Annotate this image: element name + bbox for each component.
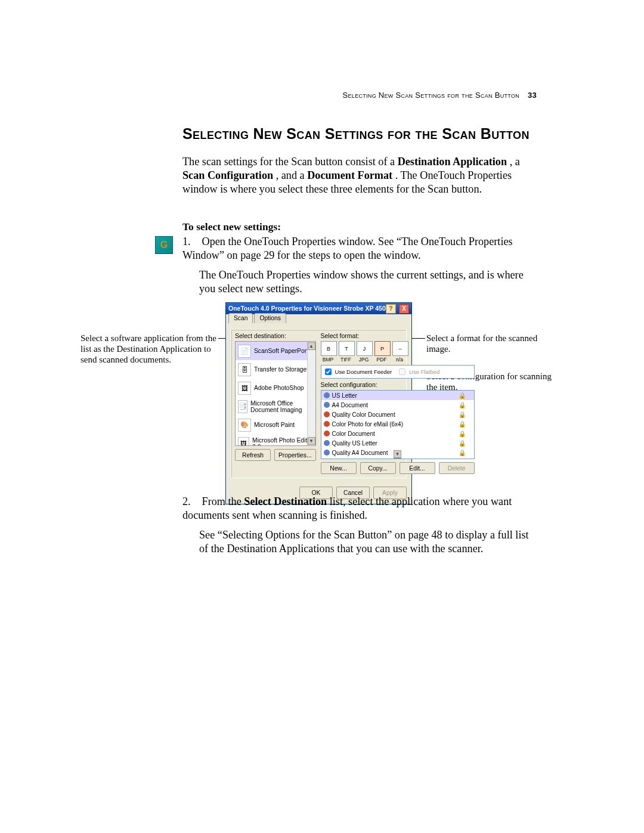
config-icon <box>324 392 330 398</box>
config-name: Color Document <box>332 431 375 437</box>
copy-button[interactable]: Copy... <box>360 462 396 474</box>
format-pdf[interactable]: PPDF <box>374 341 389 363</box>
lock-icon: 🔒 <box>459 431 466 437</box>
config-item[interactable]: Quality US Letter🔒 <box>321 438 474 448</box>
scroll-down-icon[interactable]: ▼ <box>308 437 315 445</box>
format-row: BBMP TTIFF JJPG PPDF –n/a <box>321 341 475 363</box>
config-label: Select configuration: <box>321 381 475 388</box>
config-item[interactable]: Color Document🔒 <box>321 429 474 438</box>
help-button[interactable]: ? <box>386 304 396 314</box>
intro-bold-1: Destination Application <box>398 156 507 168</box>
format-icon: T <box>339 341 355 356</box>
checkbox-label: Use Document Feeder <box>335 368 392 375</box>
destination-name: Microsoft Paint <box>254 422 295 428</box>
destination-label: Select destination: <box>235 332 316 339</box>
step-number: 1. <box>182 235 199 249</box>
format-caption: BMP <box>321 357 336 363</box>
step-text: Open the OneTouch Properties window. See… <box>182 236 513 261</box>
format-jpg[interactable]: JJPG <box>357 341 371 363</box>
destination-item[interactable]: 📑 Microsoft Office Document Imaging <box>236 397 315 416</box>
intro-text: , and a <box>276 169 308 181</box>
destination-list[interactable]: 📄 ScanSoft PaperPort 🗄 Transfer to Stora… <box>235 341 316 446</box>
destination-name: Microsoft Office Document Imaging <box>250 400 313 413</box>
destination-item[interactable]: 🗄 Transfer to Storage <box>236 360 315 379</box>
lock-icon: 🔒 <box>459 450 466 456</box>
format-caption: PDF <box>374 357 389 363</box>
config-icon <box>324 450 330 456</box>
intro-text: The scan settings for the Scan button co… <box>182 156 398 168</box>
tab-options[interactable]: Options <box>254 313 286 323</box>
step-text: From the <box>202 496 244 507</box>
intro-bold-3: Document Format <box>307 169 392 181</box>
config-item[interactable]: Color Photo for eMail (6x4)🔒 <box>321 419 474 429</box>
app-icon: 🖼 <box>238 382 251 395</box>
format-label: Select format: <box>321 332 475 339</box>
scrollbar[interactable]: ▲ ▼ <box>321 458 474 459</box>
tab-panel: Select destination: 📄 ScanSoft PaperPort… <box>231 329 407 478</box>
destination-name: Transfer to Storage <box>254 366 306 373</box>
tabs: Scan Options <box>228 313 287 323</box>
destination-item[interactable]: 📄 ScanSoft PaperPort <box>236 342 315 360</box>
format-icon: J <box>357 341 373 356</box>
running-title: Selecting New Scan Settings for the Scan… <box>343 91 519 100</box>
intro-text: , a <box>510 156 520 168</box>
page-number: 33 <box>528 91 537 100</box>
format-caption: JPG <box>357 357 371 363</box>
subheading: To select new settings: <box>182 221 281 233</box>
format-tiff[interactable]: TTIFF <box>339 341 354 363</box>
destination-name: Adobe PhotoShop <box>254 385 304 391</box>
format-icon: P <box>374 341 391 356</box>
intro-paragraph: The scan settings for the Scan button co… <box>182 155 537 196</box>
config-name: US Letter <box>332 392 357 399</box>
lock-icon: 🔒 <box>459 402 466 408</box>
format-na[interactable]: –n/a <box>392 341 407 363</box>
destination-column: Select destination: 📄 ScanSoft PaperPort… <box>235 332 316 474</box>
scroll-up-icon[interactable]: ▲ <box>308 342 315 350</box>
app-icon: 🎨 <box>238 419 251 432</box>
format-caption: TIFF <box>339 357 354 363</box>
scrollbar[interactable]: ▲ ▼ <box>307 342 315 445</box>
new-button[interactable]: New... <box>321 462 357 474</box>
close-button[interactable]: X <box>399 304 409 314</box>
lock-icon: 🔒 <box>459 392 466 399</box>
document-page: Selecting New Scan Settings for the Scan… <box>0 0 644 833</box>
format-icon: B <box>321 341 337 356</box>
destination-name: ScanSoft PaperPort <box>254 348 308 354</box>
tab-scan[interactable]: Scan <box>228 313 253 323</box>
destination-item[interactable]: 🖼 Microsoft Photo Editor 3.0 <box>236 434 315 446</box>
onetouch-properties-dialog: OneTouch 4.0 Properties for Visioneer St… <box>225 302 412 504</box>
step-text-bold: Select Destination <box>244 496 327 507</box>
lock-icon: 🔒 <box>459 411 466 418</box>
scroll-down-icon[interactable]: ▼ <box>394 450 401 458</box>
destination-item[interactable]: 🖼 Adobe PhotoShop <box>236 379 315 397</box>
use-flatbed-checkbox: Use Flatbed <box>397 367 439 377</box>
destination-item[interactable]: 🎨 Microsoft Paint <box>236 416 315 434</box>
step-2-cont: See “Selecting Options for the Scan Butt… <box>199 528 537 556</box>
config-item[interactable]: Quality Color Document🔒 <box>321 410 474 419</box>
source-row: Use Document Feeder Use Flatbed <box>321 365 475 379</box>
config-name: Quality Color Document <box>332 411 395 418</box>
config-name: Quality US Letter <box>332 440 377 447</box>
edit-button[interactable]: Edit... <box>400 462 435 474</box>
destination-name: Microsoft Photo Editor 3.0 <box>252 437 312 447</box>
config-item[interactable]: A4 Document🔒 <box>321 400 474 410</box>
properties-button[interactable]: Properties... <box>274 449 316 461</box>
step-2: 2. From the Select Destination list, sel… <box>182 495 537 522</box>
format-bmp[interactable]: BBMP <box>321 341 336 363</box>
config-name: A4 Document <box>332 402 369 408</box>
use-document-feeder-checkbox[interactable]: Use Document Feeder <box>323 367 392 377</box>
app-icon: 📄 <box>238 345 251 358</box>
config-icon <box>324 402 330 408</box>
config-item[interactable]: US Letter🔒 <box>321 391 474 400</box>
configuration-list[interactable]: US Letter🔒 A4 Document🔒 Quality Color Do… <box>321 390 475 459</box>
refresh-button[interactable]: Refresh <box>235 449 271 461</box>
config-icon <box>324 411 330 417</box>
scroll-up-icon[interactable]: ▲ <box>394 458 401 459</box>
format-icon: – <box>392 341 408 356</box>
intro-bold-2: Scan Configuration <box>182 169 273 181</box>
checkbox[interactable] <box>325 368 332 375</box>
page-title: Selecting New Scan Settings for the Scan… <box>182 125 537 143</box>
format-config-column: Select format: BBMP TTIFF JJPG PPDF –n/a… <box>321 332 475 474</box>
config-icon <box>324 431 330 436</box>
lock-icon: 🔒 <box>459 421 466 428</box>
